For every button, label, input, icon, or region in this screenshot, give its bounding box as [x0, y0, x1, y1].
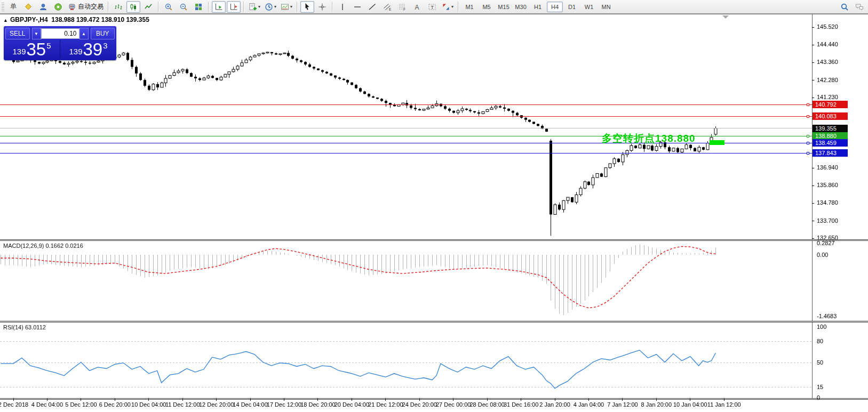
tile-windows-button[interactable]	[192, 1, 205, 13]
price-axis-tick	[812, 238, 814, 239]
price-axis-tick	[812, 80, 814, 80]
timeframe-h1-button[interactable]: H1	[530, 2, 546, 12]
horizontal-line-button[interactable]	[351, 1, 364, 13]
price-axis-tick	[812, 98, 814, 98]
timeframe-m5-button[interactable]: M5	[479, 2, 495, 12]
timeframe-h4-button[interactable]: H4	[547, 2, 563, 12]
buy-price[interactable]: 139 39 3	[60, 40, 116, 59]
templates-button[interactable]: ▾	[279, 1, 294, 13]
chart-title-symbol: GBPJPY-,H4	[10, 16, 48, 23]
volume-input[interactable]: 0.10	[41, 28, 79, 39]
timeframe-m30-button-label: M30	[515, 4, 526, 10]
green-rectangle-annotation[interactable]	[710, 140, 724, 145]
price-axis-tick	[812, 62, 814, 63]
auto-trading-button[interactable]: 自动交易	[66, 1, 105, 13]
timeframe-w1-button[interactable]: W1	[581, 2, 597, 12]
search-button[interactable]	[838, 1, 851, 13]
new-order-button[interactable]: 单	[6, 1, 20, 13]
price-axis-tick	[812, 27, 814, 28]
time-axis-label: 4 Dec 04:00	[31, 401, 63, 408]
time-axis-tick	[47, 399, 47, 401]
chat-button[interactable]	[853, 1, 866, 13]
sell-price[interactable]: 139 35 5	[4, 40, 60, 59]
bars-icon	[114, 3, 123, 11]
chevron-down-icon[interactable]: ▾	[290, 4, 292, 9]
crosshair-button[interactable]	[315, 1, 329, 13]
time-axis-label: 20 Dec 04:00	[335, 401, 369, 408]
timeframe-mn-button[interactable]: MN	[598, 2, 614, 12]
profile-icon[interactable]	[36, 1, 50, 13]
chart-shift-button[interactable]	[227, 1, 241, 13]
toolbar-drag-handle[interactable]	[2, 3, 4, 11]
hline-icon	[353, 3, 362, 11]
collapse-icon[interactable]: ▲	[3, 18, 8, 23]
time-axis-tick	[317, 399, 318, 401]
price-tag-support: 137.843	[813, 149, 848, 157]
volume-decrease-button[interactable]: ▼	[32, 28, 41, 39]
line-anchor-handle[interactable]	[807, 142, 809, 144]
turning-point-annotation[interactable]: 多空转折点138.880	[602, 132, 696, 146]
horizontal-line-resistance[interactable]	[0, 104, 812, 105]
rsi-axis-label: 15	[817, 384, 823, 390]
rsi-axis-label: 50	[817, 359, 823, 366]
timeframe-m30-button[interactable]: M30	[513, 2, 529, 12]
time-axis-label: 4 Jan 04:00	[574, 401, 604, 408]
time-axis-tick	[622, 399, 623, 401]
text-label-button[interactable]: T	[425, 1, 439, 13]
line-anchor-handle[interactable]	[807, 103, 809, 106]
horizontal-line-support[interactable]	[0, 153, 812, 154]
auto-trading-button-label: 自动交易	[78, 2, 103, 11]
zoom-out-button[interactable]	[177, 1, 190, 13]
panel-separator-macd[interactable]	[0, 239, 868, 241]
chevron-down-icon[interactable]: ▾	[258, 4, 260, 9]
timeframe-d1-button[interactable]: D1	[564, 2, 580, 12]
candlestick-chart-button[interactable]	[126, 1, 140, 13]
cursor-button[interactable]	[300, 1, 314, 13]
sell-button[interactable]: SELL	[5, 28, 30, 39]
crosshair-icon	[318, 3, 327, 11]
timeframe-m1-button[interactable]: M1	[461, 2, 477, 12]
time-axis-label: 6 Dec 20:00	[99, 401, 131, 408]
equidistant-channel-button[interactable]: E	[380, 1, 394, 13]
fibonacci-button[interactable]: F	[395, 1, 409, 13]
line-anchor-handle[interactable]	[807, 135, 809, 138]
text-button[interactable]: A	[410, 1, 424, 13]
price-axis-label: 141.230	[817, 94, 838, 100]
line-anchor-handle[interactable]	[807, 115, 809, 118]
vline-icon	[338, 3, 347, 11]
panel-separator-rsi[interactable]	[0, 321, 868, 322]
chevron-down-icon[interactable]: ▾	[451, 4, 453, 9]
bar-chart-button[interactable]	[112, 1, 125, 13]
zoom-in-button[interactable]	[162, 1, 176, 13]
volume-increase-button[interactable]: ▲	[79, 28, 89, 39]
current-price-line	[0, 128, 812, 128]
buy-button[interactable]: BUY	[91, 28, 115, 39]
indicators-button[interactable]: ▾	[247, 1, 262, 13]
chevron-down-icon[interactable]: ▾	[274, 4, 276, 9]
horizontal-line-resistance[interactable]	[0, 116, 812, 117]
line-anchor-handle[interactable]	[807, 152, 809, 155]
sell-price-base: 139	[12, 47, 26, 56]
chart-box-icon[interactable]	[21, 1, 35, 13]
signals-icon[interactable]	[51, 1, 65, 13]
arrows-button[interactable]: ▾	[440, 1, 455, 13]
line-chart-button[interactable]	[141, 1, 155, 13]
trendline-button[interactable]	[365, 1, 379, 13]
chart-canvas[interactable]	[0, 14, 868, 412]
periods-button[interactable]: ▾	[263, 1, 278, 13]
price-axis-border	[812, 14, 813, 399]
vertical-line-button[interactable]	[336, 1, 349, 13]
timeframe-m5-button-label: M5	[482, 4, 490, 10]
timeframe-m15-button-label: M15	[498, 4, 509, 10]
auto-scroll-button[interactable]	[212, 1, 226, 13]
timeframe-m15-button[interactable]: M15	[496, 2, 512, 12]
textlabel-icon: T	[428, 3, 436, 11]
time-axis-tick	[216, 399, 217, 401]
time-axis-tick	[487, 399, 488, 401]
chart-shift-marker-icon[interactable]	[722, 15, 729, 19]
price-axis-label: 134.780	[817, 199, 838, 206]
time-axis-label: 2 Dec 2018	[0, 401, 28, 408]
chart-window[interactable]: ▲GBPJPY-,H4 138.988 139.472 138.910 139.…	[0, 14, 868, 412]
time-axis-tick	[182, 399, 183, 401]
sell-price-sup: 5	[46, 41, 51, 50]
